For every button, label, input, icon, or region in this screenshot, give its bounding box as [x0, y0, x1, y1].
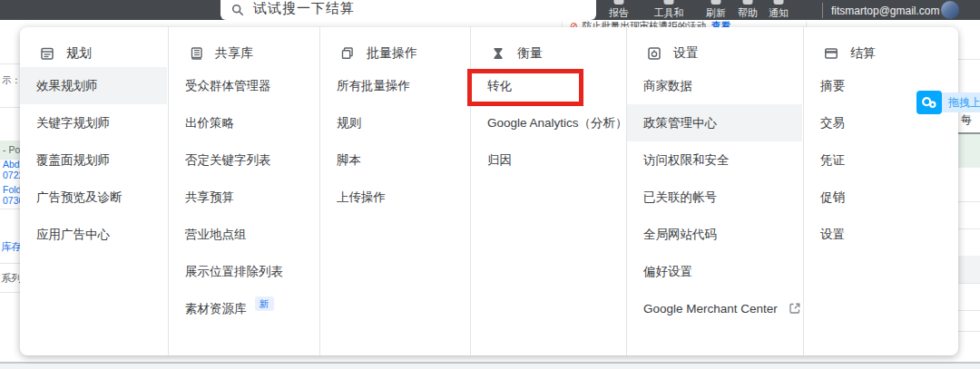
menu-item-business-data[interactable]: 商家数据 — [627, 67, 802, 104]
menu-item-preferences[interactable]: 偏好设置 — [627, 253, 802, 290]
shared-library-icon — [189, 46, 203, 61]
menu-item-placement-exclusion-lists[interactable]: 展示位置排除列表 — [169, 253, 318, 290]
menu-column-shared-library: 共享库 受众群体管理器 出价策略 否定关键字列表 共享预算 营业地点组 展示位置… — [169, 27, 319, 355]
menu-column-setup: 设置 商家数据 政策管理中心 访问权限和安全 已关联的帐号 全局网站代码 偏好设… — [627, 27, 803, 355]
menu-item-google-merchant-center[interactable]: Google Merchant Center — [627, 290, 802, 327]
left-link-fold[interactable]: Fold — [3, 184, 21, 195]
menu-item-app-ads-hub[interactable]: 应用广告中心 — [20, 216, 167, 253]
left-link-inventory[interactable]: 库存 — [1, 240, 22, 254]
menu-item-location-groups[interactable]: 营业地点组 — [169, 216, 318, 253]
search-input-text[interactable]: 试试搜一下结算 — [253, 0, 355, 17]
column-title: 批量操作 — [367, 45, 417, 62]
menu-item-all-bulk-actions[interactable]: 所有批量操作 — [320, 67, 469, 104]
left-fragment-series: 系列 — [1, 272, 22, 286]
account-divider — [822, 3, 823, 18]
menu-item-access-security[interactable]: 访问权限和安全 — [627, 141, 802, 179]
nav-notifications[interactable]: 通知 — [769, 6, 789, 20]
settings-icon — [647, 46, 662, 61]
external-link-icon — [789, 302, 801, 315]
menu-item-google-analytics[interactable]: Google Analytics（分析） — [471, 104, 625, 141]
menu-item-reach-planner[interactable]: 覆盖面规划师 — [20, 141, 167, 179]
bulk-actions-icon — [340, 46, 355, 61]
notifications-icon — [774, 0, 784, 5]
menu-item-label: 素材资源库 — [185, 302, 247, 316]
account-email[interactable]: fitsmartop@gmail.com — [831, 5, 940, 17]
nav-help[interactable]: 帮助 — [738, 6, 758, 20]
column-header-shared-library: 共享库 — [169, 38, 318, 69]
reports-icon — [614, 0, 624, 5]
nav-refresh[interactable]: 刷新 — [706, 6, 726, 20]
menu-item-policy-manager[interactable]: 政策管理中心 — [627, 104, 802, 141]
menu-item-bid-strategies[interactable]: 出价策略 — [169, 104, 318, 141]
menu-item-conversions[interactable]: 转化 — [471, 67, 625, 104]
menu-item-billing-settings[interactable]: 设置 — [804, 216, 957, 253]
menu-item-label: Google Merchant Center — [643, 302, 778, 316]
menu-item-scripts[interactable]: 脚本 — [320, 141, 469, 179]
search-icon — [231, 4, 244, 16]
nav-tools[interactable]: 工具和 — [654, 6, 684, 20]
left-fragment-hint: 示： — [2, 74, 21, 87]
nav-reports[interactable]: 报告 — [609, 6, 629, 20]
column-header-measurement: 衡量 — [471, 38, 625, 69]
tools-icon — [664, 0, 674, 5]
planning-icon — [40, 46, 54, 61]
menu-column-bulk-actions: 批量操作 所有批量操作 规则 脚本 上传操作 — [320, 27, 470, 355]
left-fragment-po: - Po — [3, 144, 20, 155]
netdisk-icon — [916, 91, 942, 114]
column-title: 设置 — [673, 45, 699, 62]
search-box[interactable]: 试试搜一下结算 — [220, 0, 596, 20]
right-green-row — [958, 132, 980, 168]
measurement-icon — [491, 46, 505, 61]
background-left-rail: 示： - Po Abdo 0722 Fold 0730 库存 系列 — [0, 20, 20, 359]
tools-settings-mega-menu: 规划 效果规划师 关键字规划师 覆盖面规划师 广告预览及诊断 应用广告中心 共享… — [20, 27, 958, 355]
column-title: 结算 — [850, 45, 876, 62]
netdisk-upload-badge[interactable]: 拖拽上传 — [916, 91, 980, 114]
column-title: 衡量 — [517, 45, 543, 62]
drag-upload-label: 拖拽上传 — [942, 92, 980, 112]
column-header-bulk-actions: 批量操作 — [320, 38, 469, 69]
menu-item-global-site-tag[interactable]: 全局网站代码 — [627, 216, 802, 253]
billing-icon — [824, 46, 838, 61]
column-header-planning: 规划 — [20, 38, 167, 69]
menu-item-shared-budgets[interactable]: 共享预算 — [169, 179, 318, 216]
right-fragment-char: 每 — [961, 112, 972, 128]
menu-column-measurement: 衡量 转化 Google Analytics（分析） 归因 — [471, 27, 626, 355]
page-bottom-strip — [0, 362, 980, 369]
menu-item-uploads[interactable]: 上传操作 — [320, 179, 469, 216]
menu-column-planning: 规划 效果规划师 关键字规划师 覆盖面规划师 广告预览及诊断 应用广告中心 — [20, 27, 168, 355]
menu-column-billing: 结算 摘要 交易 凭证 促销 设置 — [804, 27, 958, 355]
new-badge: 新 — [255, 296, 274, 311]
menu-item-promotions[interactable]: 促销 — [804, 179, 957, 216]
column-header-billing: 结算 — [804, 38, 957, 69]
menu-item-audience-manager[interactable]: 受众群体管理器 — [169, 67, 318, 104]
menu-item-rules[interactable]: 规则 — [320, 104, 469, 141]
help-icon — [743, 0, 753, 5]
column-title: 规划 — [66, 45, 92, 62]
menu-item-documents[interactable]: 凭证 — [804, 141, 957, 179]
menu-item-asset-library[interactable]: 素材资源库新 — [169, 290, 318, 327]
menu-item-negative-keyword-lists[interactable]: 否定关键字列表 — [169, 141, 318, 179]
right-gray-row — [958, 256, 980, 283]
menu-item-attribution[interactable]: 归因 — [471, 141, 625, 179]
menu-item-ad-preview[interactable]: 广告预览及诊断 — [20, 179, 167, 216]
refresh-icon — [711, 0, 721, 5]
menu-item-keyword-planner[interactable]: 关键字规划师 — [20, 104, 167, 141]
column-title: 共享库 — [215, 45, 253, 62]
menu-item-linked-accounts[interactable]: 已关联的帐号 — [627, 179, 802, 216]
account-avatar[interactable] — [941, 1, 959, 19]
column-header-setup: 设置 — [627, 38, 802, 69]
menu-item-performance-planner[interactable]: 效果规划师 — [20, 67, 167, 104]
